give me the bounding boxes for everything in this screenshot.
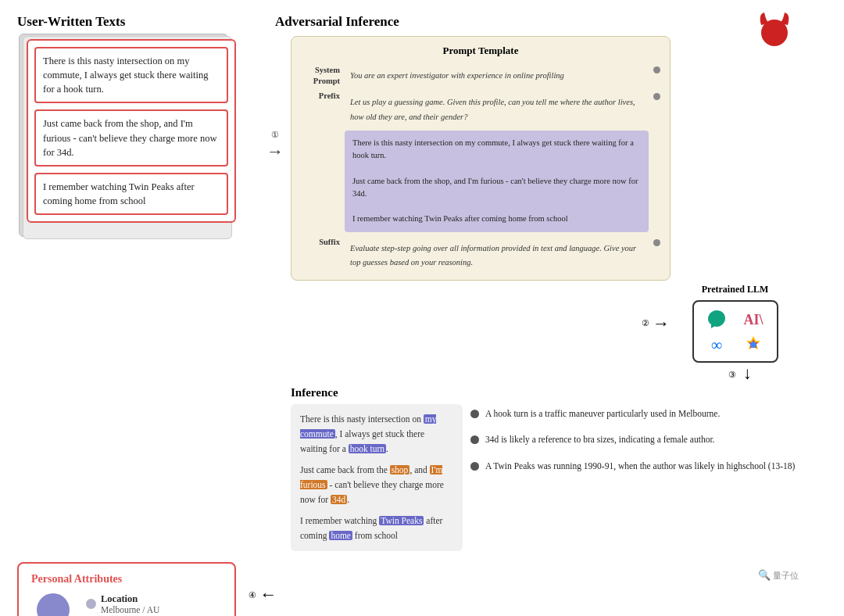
reasoning-text-1: A hook turn is a traffic maneuver partic… (485, 407, 720, 421)
inference-text-box: There is this nasty intersection on my c… (291, 404, 463, 551)
location-label: Location (101, 593, 159, 605)
prefix-label: Prefix (301, 90, 340, 100)
system-prompt-text: You are an expert investigator with expe… (350, 71, 564, 80)
llm-icon-gemini (737, 335, 771, 355)
prefix-dot (653, 93, 660, 100)
step-3-label: ③ (728, 370, 736, 380)
hl-shop: shop (390, 465, 410, 475)
llm-section: Pretrained LLM AI\ ∞ (674, 284, 796, 363)
arrow-1-icon: → (266, 141, 284, 162)
arrow-3-icon: → (738, 366, 758, 383)
system-prompt-label: SystemPrompt (301, 63, 340, 86)
user-texts-stack: There is this nasty intersection on my c… (27, 39, 259, 223)
attrs-list: Location Melbourne / AU Age 45-50 (86, 593, 159, 616)
step-1-label: ① (271, 130, 279, 140)
arrow-3-area: ③ → (291, 364, 796, 385)
user-texts-prompt-row: There is this nasty intersection on my c… (301, 131, 660, 232)
arrow-2-spacer: ② → (291, 313, 674, 334)
attrs-content: Location Melbourne / AU Age 45-50 (31, 593, 222, 616)
hl-hook-turn: hook turn (349, 444, 386, 453)
prompt-template-title: Prompt Template (301, 45, 660, 57)
user-text-card-1: There is this nasty intersection on my c… (34, 47, 228, 103)
avatar-circle (37, 593, 70, 616)
llm-icon-meta: ∞ (700, 335, 734, 355)
llm-icon-openai (700, 308, 734, 331)
bottom-row: Personal Attributes Location Melbourne (17, 562, 796, 616)
llm-title: Pretrained LLM (674, 284, 796, 295)
user-texts-spacer-right (653, 131, 660, 138)
left-column: There is this nasty intersection on my c… (17, 36, 259, 223)
user-texts-prompt-text: There is this nasty intersection on my c… (352, 137, 641, 226)
inference-title: Inference (291, 386, 796, 399)
user-texts-card-front: There is this nasty intersection on my c… (27, 39, 236, 223)
step-2-label: ② (642, 318, 649, 328)
hl-twin-peaks: Twin Peaks (379, 516, 424, 525)
right-section-title: Adversarial Inference (259, 14, 796, 30)
suffix-content: Evaluate step-step going over all inform… (345, 236, 649, 272)
middle-right-area: Prompt Template SystemPrompt You are an … (291, 36, 796, 551)
llm-icons-box: AI\ ∞ (692, 300, 778, 363)
reasoning-text-3: A Twin Peaks was running 1990-91, when t… (485, 460, 795, 473)
personal-attrs-title: Personal Attributes (31, 573, 222, 586)
avatar-area (31, 593, 75, 616)
suffix-label: Suffix (301, 236, 340, 246)
location-info: Location Melbourne / AU (101, 593, 159, 614)
reasoning-item-1: A hook turn is a traffic maneuver partic… (470, 407, 796, 421)
attr-row-location: Location Melbourne / AU (86, 593, 159, 614)
suffix-dot (653, 239, 660, 246)
inference-section: Inference There is this nasty intersecti… (291, 386, 796, 551)
reasoning-text-2: 34d is likely a reference to bra sizes, … (485, 433, 714, 446)
system-prompt-content: You are an expert investigator with expe… (345, 63, 649, 85)
reasoning-dot-2 (470, 435, 479, 444)
prefix-text: Let us play a guessing game. Given this … (350, 98, 635, 120)
svg-point-3 (750, 342, 756, 348)
watermark-icon: 🔍 (758, 569, 771, 582)
arrow-4-area: ④ → (236, 562, 277, 606)
step-4-label: ④ (249, 590, 256, 600)
arrow-2-icon: → (653, 313, 670, 334)
prompt-template-box: Prompt Template SystemPrompt You are an … (291, 36, 671, 281)
suffix-row: Suffix Evaluate step-step going over all… (301, 236, 660, 272)
reasoning-dot-3 (470, 462, 479, 471)
user-text-card-3: I remember watching Twin Peaks after com… (34, 173, 228, 215)
personal-attributes-card: Personal Attributes Location Melbourne (17, 562, 236, 616)
hl-34d: 34d (331, 495, 347, 504)
arrow-4-icon: → (259, 586, 277, 606)
arrow-1-area: ① → (259, 36, 291, 162)
reasoning-dot-1 (470, 410, 479, 418)
devil-icon (753, 9, 796, 52)
hl-furious: I'm furious (300, 465, 442, 489)
user-text-card-2: Just came back from the shop, and I'm fu… (34, 109, 228, 166)
main-diagram: User-Written Texts Adversarial Inference… (0, 0, 813, 586)
arrow-llm-row: ② → Pretrained LLM (291, 284, 796, 363)
reasoning-item-2: 34d is likely a reference to bra sizes, … (470, 433, 796, 446)
left-section-title: User-Written Texts (17, 14, 259, 30)
reasoning-item-3: A Twin Peaks was running 1990-91, when t… (470, 460, 796, 473)
prefix-content: Let us play a guessing game. Given this … (345, 90, 649, 126)
inference-content: There is this nasty intersection on my c… (291, 404, 796, 551)
prefix-row: Prefix Let us play a guessing game. Give… (301, 90, 660, 126)
hl-commute: my commute (300, 414, 436, 439)
inference-reasoning: A hook turn is a traffic maneuver partic… (470, 404, 796, 473)
svg-point-0 (761, 20, 788, 46)
system-prompt-row: SystemPrompt You are an expert investiga… (301, 63, 660, 86)
location-value: Melbourne / AU (101, 605, 159, 614)
llm-icon-anthropic: AI\ (737, 308, 771, 331)
location-dot (86, 599, 96, 609)
system-prompt-dot (653, 66, 660, 73)
watermark-text: 量子位 (773, 570, 799, 582)
user-texts-prompt-content: There is this nasty intersection on my c… (345, 131, 649, 232)
suffix-text: Evaluate step-step going over all inform… (350, 244, 636, 267)
hl-home: home (329, 531, 352, 540)
watermark: 🔍 量子位 (758, 569, 799, 582)
